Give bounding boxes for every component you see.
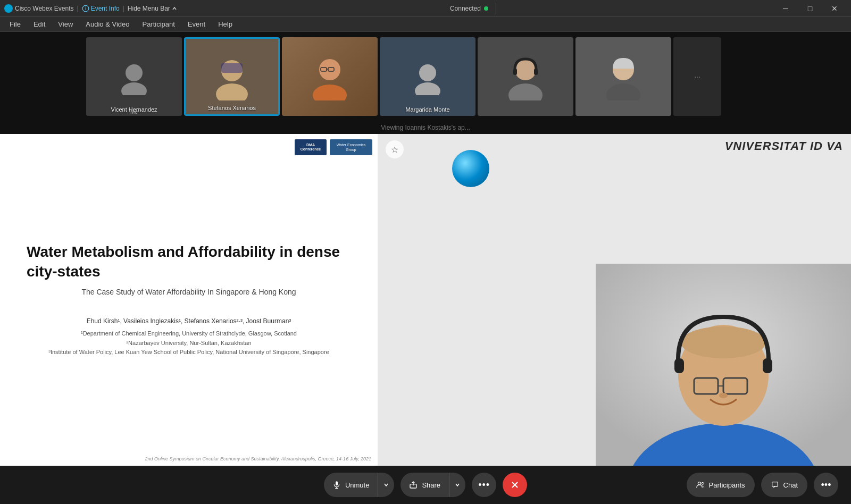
svg-point-12 <box>419 64 436 81</box>
avatar-icon-p3 <box>306 53 354 100</box>
svg-point-2 <box>126 64 143 81</box>
avatar-icon-p6 <box>599 53 647 100</box>
unmute-button[interactable]: Unmute <box>324 473 378 497</box>
video-thumb-margarida[interactable]: Margarida Monte <box>380 37 475 116</box>
toolbar: Unmute Share ••• <box>0 466 851 504</box>
svg-point-23 <box>681 326 766 358</box>
chevron-down-icon-share <box>455 482 460 488</box>
video-strip: Vicent Hernandez Me Stefanos Xenarios <box>0 32 851 121</box>
overflow-indicator: ··· <box>673 37 721 116</box>
svg-point-29 <box>719 393 728 398</box>
title-bar: Cisco Webex Events | i Event Info | Hide… <box>0 0 851 17</box>
video-thumb-vicent[interactable]: Vicent Hernandez Me <box>86 37 182 116</box>
svg-rect-30 <box>336 481 338 485</box>
slide-footer: 2nd Online Symposium on Circular Economy… <box>145 456 371 461</box>
menu-edit[interactable]: Edit <box>28 19 51 29</box>
slide-authors: Ehud Kirsh¹, Vasileios Inglezakis¹, Stef… <box>27 317 351 325</box>
participant-avatar-p6 <box>575 37 671 116</box>
close-button[interactable]: ✕ <box>822 0 847 17</box>
university-watermark: VNIVERSITAT ID VA <box>725 139 843 153</box>
share-button-group: Share <box>401 473 465 497</box>
connected-dot <box>484 6 488 11</box>
svg-point-19 <box>606 83 640 100</box>
separator-2: | <box>123 5 124 12</box>
viewing-bar: Viewing Ioannis Kostakis's ap... <box>0 121 851 134</box>
speaker-video <box>596 264 851 466</box>
hide-menu-bar[interactable]: Hide Menu Bar <box>128 5 177 12</box>
unmute-dropdown-button[interactable] <box>378 473 394 497</box>
participant-sub-vicent: Me <box>86 109 182 116</box>
slide-affiliations: ¹Department of Chemical Engineering, Uni… <box>27 329 351 357</box>
svg-point-5 <box>216 83 248 100</box>
decoration-sphere <box>452 150 489 187</box>
connection-status: Connected <box>450 3 500 14</box>
divider <box>496 3 496 14</box>
participant-avatar-margarida <box>380 37 475 116</box>
slide-subtitle: The Case Study of Water Affordability In… <box>27 288 351 296</box>
minimize-button[interactable]: ─ <box>773 0 798 17</box>
svg-point-13 <box>415 82 440 95</box>
video-thumb-p5[interactable] <box>478 37 573 116</box>
svg-text:i: i <box>85 6 86 11</box>
event-info-link[interactable]: i Event Info <box>82 5 120 12</box>
participants-button[interactable]: Participants <box>687 473 755 497</box>
share-dropdown-button[interactable] <box>449 473 465 497</box>
webex-logo-icon <box>4 4 13 13</box>
menu-help[interactable]: Help <box>213 19 238 29</box>
maximize-button[interactable]: □ <box>798 0 822 17</box>
svg-point-3 <box>121 82 147 95</box>
svg-point-37 <box>702 482 704 484</box>
participant-avatar-p3 <box>282 37 378 116</box>
menu-bar: File Edit View Audio & Video Participant… <box>0 17 851 32</box>
share-button[interactable]: Share <box>401 473 449 497</box>
participant-avatar-stefanos <box>186 39 278 114</box>
participant-name-margarida: Margarida Monte <box>380 106 475 113</box>
svg-point-8 <box>313 85 347 100</box>
affil-2: ²Nazarbayev University, Nur-Sultan, Kaza… <box>27 339 351 348</box>
menu-participant[interactable]: Participant <box>137 19 180 29</box>
menu-audio-video[interactable]: Audio & Video <box>80 19 135 29</box>
svg-rect-16 <box>513 69 517 75</box>
mic-icon <box>332 481 341 489</box>
chat-button[interactable]: Chat <box>761 473 807 497</box>
star-button[interactable]: ☆ <box>386 140 404 158</box>
video-thumb-p3[interactable] <box>282 37 378 116</box>
speaker-face-svg <box>596 264 851 466</box>
app-logo: Cisco Webex Events <box>4 4 74 13</box>
end-call-button[interactable] <box>503 473 527 497</box>
weg-logo: Water EconomicsGroup <box>330 139 372 155</box>
more-right-button[interactable]: ••• <box>814 473 838 497</box>
menu-view[interactable]: View <box>53 19 78 29</box>
window-controls[interactable]: ─ □ ✕ <box>773 0 847 17</box>
avatar-icon-vicent <box>115 58 153 95</box>
main-content: DMAConference Water EconomicsGroup Water… <box>0 134 851 466</box>
svg-rect-27 <box>674 358 684 373</box>
title-bar-left: Cisco Webex Events | i Event Info | Hide… <box>4 4 177 13</box>
video-thumb-stefanos[interactable]: Stefanos Xenarios <box>184 37 280 116</box>
svg-rect-17 <box>534 69 538 75</box>
separator-1: | <box>77 5 79 12</box>
participant-avatar-vicent <box>86 37 182 116</box>
slide-logos: DMAConference Water EconomicsGroup <box>295 139 372 155</box>
chevron-up-icon <box>172 6 177 11</box>
menu-file[interactable]: File <box>4 19 26 29</box>
svg-point-36 <box>698 482 700 485</box>
dma-logo: DMAConference <box>295 139 327 155</box>
speaker-panel: VNIVERSITAT ID VA ☆ <box>378 134 851 466</box>
video-thumb-overflow[interactable]: ··· <box>673 37 721 116</box>
slide-title: Water Metabolism and Affordability in de… <box>27 242 351 281</box>
svg-rect-6 <box>221 63 243 73</box>
video-thumb-p6[interactable] <box>575 37 671 116</box>
chat-icon <box>771 481 779 489</box>
menu-event[interactable]: Event <box>182 19 211 29</box>
affil-3: ³Institute of Water Policy, Lee Kuan Yew… <box>27 348 351 357</box>
participant-name-stefanos: Stefanos Xenarios <box>186 105 278 111</box>
unmute-button-group: Unmute <box>324 473 395 497</box>
avatar-icon-margarida <box>409 58 446 95</box>
svg-rect-28 <box>763 358 772 373</box>
slide-content: Water Metabolism and Affordability in de… <box>0 134 378 466</box>
participant-avatar-p5 <box>478 37 573 116</box>
svg-point-7 <box>319 59 340 80</box>
more-options-button[interactable]: ••• <box>472 473 496 497</box>
viewing-text: Viewing Ioannis Kostakis's ap... <box>381 124 470 131</box>
